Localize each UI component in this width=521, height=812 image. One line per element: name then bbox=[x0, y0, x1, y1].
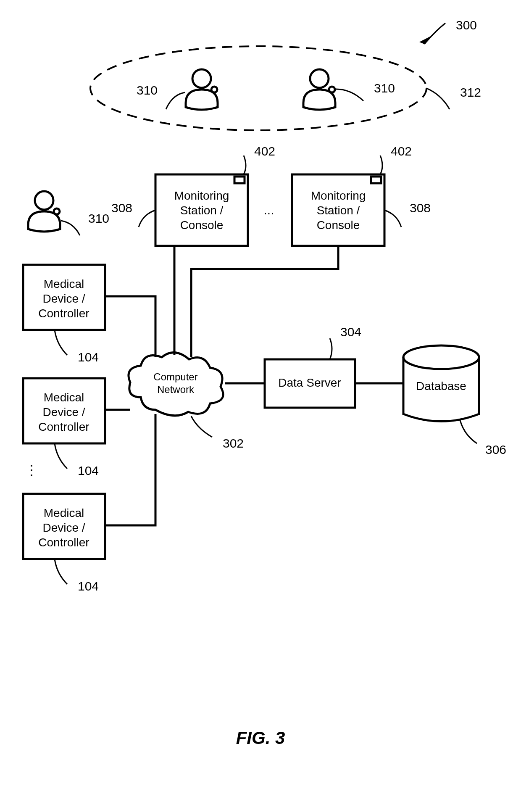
medical-device-box: Medical Device / Controller bbox=[23, 265, 105, 330]
cloud-network: Computer Network bbox=[129, 353, 223, 416]
svg-text:Database: Database bbox=[416, 380, 466, 393]
svg-text:Device /: Device / bbox=[42, 292, 85, 305]
medical-device-box: Medical Device / Controller bbox=[23, 494, 105, 559]
leader-104 bbox=[55, 330, 67, 355]
svg-marker-0 bbox=[419, 36, 431, 44]
monitoring-line2: Station / bbox=[317, 204, 360, 217]
ref-402: 402 bbox=[254, 144, 275, 158]
ref-arrow-300: 300 bbox=[419, 18, 477, 44]
svg-text:Medical: Medical bbox=[44, 277, 84, 290]
svg-rect-6 bbox=[371, 177, 381, 183]
svg-text:Controller: Controller bbox=[38, 536, 89, 549]
leader-302 bbox=[191, 416, 212, 437]
monitoring-line1: Monitoring bbox=[311, 189, 366, 202]
svg-text:Medical: Medical bbox=[44, 391, 84, 404]
leader-308 bbox=[139, 210, 155, 227]
user-icon bbox=[186, 69, 218, 110]
ref-312: 312 bbox=[460, 85, 481, 99]
leader-306 bbox=[460, 420, 477, 443]
svg-text:Controller: Controller bbox=[38, 307, 89, 320]
leader-310 bbox=[61, 221, 80, 235]
database-cylinder: Database bbox=[403, 345, 479, 422]
monitoring-line1: Monitoring bbox=[174, 189, 229, 202]
ref-302: 302 bbox=[223, 436, 244, 450]
svg-text:Data Server: Data Server bbox=[278, 376, 341, 389]
svg-point-23 bbox=[403, 345, 479, 369]
ref-310: 310 bbox=[374, 81, 395, 95]
monitoring-line3: Console bbox=[180, 219, 224, 232]
svg-text:Computer: Computer bbox=[153, 371, 197, 382]
leader-308 bbox=[384, 210, 401, 227]
user-icon bbox=[303, 69, 335, 110]
svg-text:Device /: Device / bbox=[42, 521, 85, 534]
svg-rect-4 bbox=[234, 177, 245, 183]
leader-304 bbox=[330, 338, 332, 359]
leader-402 bbox=[380, 156, 382, 174]
ref-310: 310 bbox=[88, 211, 109, 225]
connector bbox=[191, 246, 338, 357]
monitoring-station-box: Monitoring Station / Console bbox=[292, 174, 384, 246]
leader-312 bbox=[426, 88, 450, 109]
monitoring-station-box: Monitoring Station / Console bbox=[155, 174, 248, 246]
user-icon bbox=[28, 191, 60, 232]
ref-104: 104 bbox=[78, 579, 99, 593]
data-server-box: Data Server bbox=[265, 359, 355, 408]
ref-300: 300 bbox=[456, 18, 477, 32]
ellipsis-horizontal: ... bbox=[263, 203, 274, 217]
svg-text:Medical: Medical bbox=[44, 506, 84, 519]
medical-device-box: Medical Device / Controller bbox=[23, 378, 105, 443]
ref-308: 308 bbox=[111, 201, 132, 215]
ref-308: 308 bbox=[410, 201, 431, 215]
figure-caption: FIG. 3 bbox=[236, 728, 285, 748]
connector bbox=[105, 296, 155, 357]
ref-310: 310 bbox=[137, 83, 158, 97]
connector bbox=[105, 414, 155, 525]
ellipsis-vertical: ⋮ bbox=[24, 462, 39, 478]
leader-402 bbox=[244, 156, 246, 174]
monitoring-line2: Station / bbox=[180, 204, 224, 217]
ref-104: 104 bbox=[78, 464, 99, 477]
ref-402: 402 bbox=[391, 144, 412, 158]
svg-text:Device /: Device / bbox=[42, 406, 85, 419]
svg-text:Controller: Controller bbox=[38, 420, 89, 433]
monitoring-line3: Console bbox=[317, 219, 360, 232]
leader-104 bbox=[55, 559, 67, 584]
ref-104: 104 bbox=[78, 350, 99, 364]
ref-306: 306 bbox=[485, 443, 506, 456]
leader-310 bbox=[336, 89, 363, 101]
diagram-canvas: 300 312 310 310 310 Monitoring Station /… bbox=[0, 0, 521, 812]
ref-304: 304 bbox=[340, 325, 361, 339]
leader-310 bbox=[166, 92, 185, 109]
svg-text:Network: Network bbox=[157, 384, 195, 395]
leader-104 bbox=[55, 443, 67, 469]
